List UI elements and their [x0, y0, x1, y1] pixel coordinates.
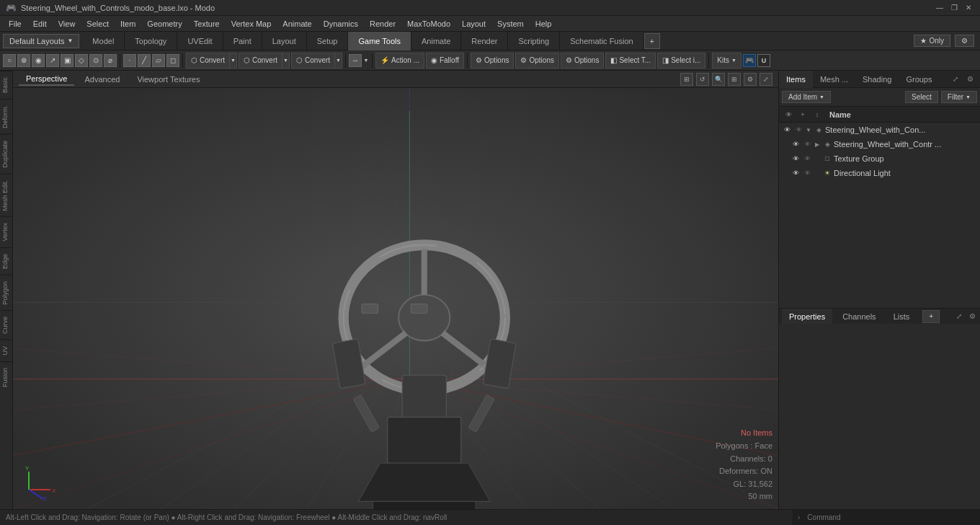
options-button-2[interactable]: ⚙ Options [515, 53, 558, 69]
bottom-tab-properties[interactable]: Properties [782, 309, 832, 325]
tab-layout[interactable]: Layout [262, 32, 307, 50]
close-button[interactable]: ✕ [963, 2, 974, 14]
game-icon[interactable]: 🎮 [743, 54, 756, 67]
tree-item-3[interactable]: 👁 👁 ☀ Directional Light [779, 166, 980, 180]
options-button-1[interactable]: ⚙ Options [471, 53, 514, 69]
tree-eye2-2[interactable]: 👁 [802, 154, 812, 164]
circle2-icon[interactable]: ⊙ [89, 54, 102, 67]
sidebar-tab-deform[interactable]: Deform. [0, 99, 12, 134]
only-button[interactable]: ★ Only [914, 35, 950, 47]
sidebar-tab-curve[interactable]: Curve [0, 310, 12, 340]
menu-item[interactable]: Item [115, 18, 141, 30]
crosshair-icon[interactable]: ⊕ [17, 54, 30, 67]
tab-animate[interactable]: Animate [411, 32, 461, 50]
vp-tab-advanced[interactable]: Advanced [77, 74, 127, 85]
sidebar-tab-fusion[interactable]: Fusion [0, 361, 12, 393]
command-input[interactable] [804, 513, 980, 521]
kits-button[interactable]: Kits ▼ [712, 53, 741, 69]
edge-mode-icon[interactable]: ╱ [138, 54, 151, 67]
convert-arrow-1[interactable]: ▼ [230, 53, 237, 69]
falloff-button[interactable]: ◉ Falloff [426, 53, 464, 69]
viewport-3d[interactable]: No Items Polygons : Face Channels: 0 Def… [13, 88, 778, 509]
convert-arrow-3[interactable]: ▼ [335, 53, 342, 69]
eye-header-icon[interactable]: 👁 [783, 110, 793, 120]
panel-settings-icon[interactable]: ⚙ [964, 74, 976, 85]
lasso-icon[interactable]: ◇ [75, 54, 88, 67]
menu-file[interactable]: File [3, 18, 27, 30]
vp-tab-perspective[interactable]: Perspective [19, 73, 74, 86]
tree-item-1[interactable]: 👁 👁 ▶ ◈ Steering_Wheel_with_Contr ... [779, 137, 980, 151]
tree-eye-3[interactable]: 👁 [790, 168, 801, 178]
layout-dropdown[interactable]: Default Layouts ▼ [3, 34, 79, 48]
menu-select[interactable]: Select [81, 18, 115, 30]
vp-expand-icon[interactable]: ⤢ [760, 73, 772, 86]
sidebar-tab-vertex[interactable]: Vertex [0, 216, 12, 247]
tab-model[interactable]: Model [82, 32, 125, 50]
bottom-tab-channels[interactable]: Channels [835, 309, 883, 325]
maximize-button[interactable]: ❐ [948, 2, 960, 14]
select-items-button[interactable]: Select [905, 91, 938, 103]
sidebar-tab-polygon[interactable]: Polygon [0, 275, 12, 311]
select-t-button[interactable]: ◧ Select T... [605, 53, 656, 69]
bottom-tab-lists[interactable]: Lists [886, 309, 917, 325]
tab-render[interactable]: Render [461, 32, 508, 50]
tree-eye-1[interactable]: 👁 [790, 139, 801, 149]
tab-setup[interactable]: Setup [307, 32, 349, 50]
arrow-icon[interactable]: ↗ [46, 54, 59, 67]
menu-help[interactable]: Help [530, 18, 558, 30]
box-select-icon[interactable]: ▣ [61, 54, 74, 67]
unreal-icon[interactable]: U [757, 54, 770, 67]
menu-vertex-map[interactable]: Vertex Map [226, 18, 277, 30]
panel-tab-groups[interactable]: Groups [899, 71, 939, 88]
sidebar-tab-basic[interactable]: Basic [0, 71, 12, 99]
bp-expand-icon[interactable]: ⤢ [954, 312, 964, 322]
settings-button[interactable]: ⚙ [955, 35, 974, 47]
convert-btn-2[interactable]: ⬡ Convert ▼ [239, 53, 290, 69]
tab-uvedit[interactable]: UVEdit [177, 32, 223, 50]
menu-maxtomodo[interactable]: MaxToModo [401, 18, 456, 30]
tree-eye-2[interactable]: 👁 [790, 154, 801, 164]
vp-fit-icon[interactable]: ⊞ [680, 73, 693, 86]
tree-item-0[interactable]: 👁 👁 ▼ ◈ Steering_Wheel_with_Con... [779, 123, 980, 137]
sidebar-tab-duplicate[interactable]: Duplicate [0, 134, 12, 174]
panel-tab-mesh[interactable]: Mesh ... [813, 71, 855, 88]
tab-scripting[interactable]: Scripting [508, 32, 560, 50]
select-mode-icon[interactable]: ○ [3, 54, 16, 67]
minimize-button[interactable]: — [934, 2, 945, 14]
filter-items-button[interactable]: Filter ▼ [941, 91, 977, 103]
vp-rotate-icon[interactable]: ↺ [696, 73, 709, 86]
circle-icon[interactable]: ◉ [32, 54, 45, 67]
paint-icon[interactable]: ⌀ [104, 54, 117, 67]
tree-eye-0[interactable]: 👁 [782, 125, 792, 135]
add-header-icon[interactable]: + [798, 110, 808, 120]
tree-expand-1[interactable]: ▶ [814, 141, 821, 148]
sort-header-icon[interactable]: ↕ [812, 110, 822, 120]
tree-eye2-1[interactable]: 👁 [802, 139, 812, 149]
panel-tab-items[interactable]: Items [779, 71, 813, 88]
convert-label-1[interactable]: ⬡ Convert [186, 53, 230, 69]
add-layout-tab-button[interactable]: + [644, 33, 660, 49]
sidebar-tab-uv[interactable]: UV [0, 340, 12, 361]
panel-tab-shading[interactable]: Shading [855, 71, 899, 88]
panel-expand-icon[interactable]: ⤢ [950, 74, 961, 85]
vp-options-icon[interactable]: ⊞ [728, 73, 741, 86]
add-panel-button[interactable]: + [922, 310, 940, 323]
vp-zoom-icon[interactable]: 🔍 [712, 73, 725, 86]
tree-eye2-3[interactable]: 👁 [802, 168, 812, 178]
menu-view[interactable]: View [53, 18, 81, 30]
poly-mode-icon[interactable]: ▱ [152, 54, 165, 67]
menu-layout[interactable]: Layout [456, 18, 491, 30]
action-button[interactable]: ⚡ Action ... [375, 53, 424, 69]
move-icon[interactable]: ↔ [349, 54, 362, 67]
select-i-button[interactable]: ◨ Select i... [657, 53, 705, 69]
convert-arrow-2[interactable]: ▼ [282, 53, 290, 69]
add-item-button[interactable]: Add Item ▼ [782, 91, 831, 103]
menu-animate[interactable]: Animate [277, 18, 317, 30]
convert-label-3[interactable]: ⬡ Convert [291, 53, 335, 69]
vp-settings-icon[interactable]: ⚙ [744, 73, 757, 86]
menu-texture[interactable]: Texture [188, 18, 226, 30]
tab-schematic-fusion[interactable]: Schematic Fusion [560, 32, 643, 50]
sidebar-tab-mesh-edit[interactable]: Mesh Edit. [0, 174, 12, 217]
move-arrow[interactable]: ▼ [363, 53, 369, 69]
tree-expand-0[interactable]: ▼ [805, 127, 812, 133]
